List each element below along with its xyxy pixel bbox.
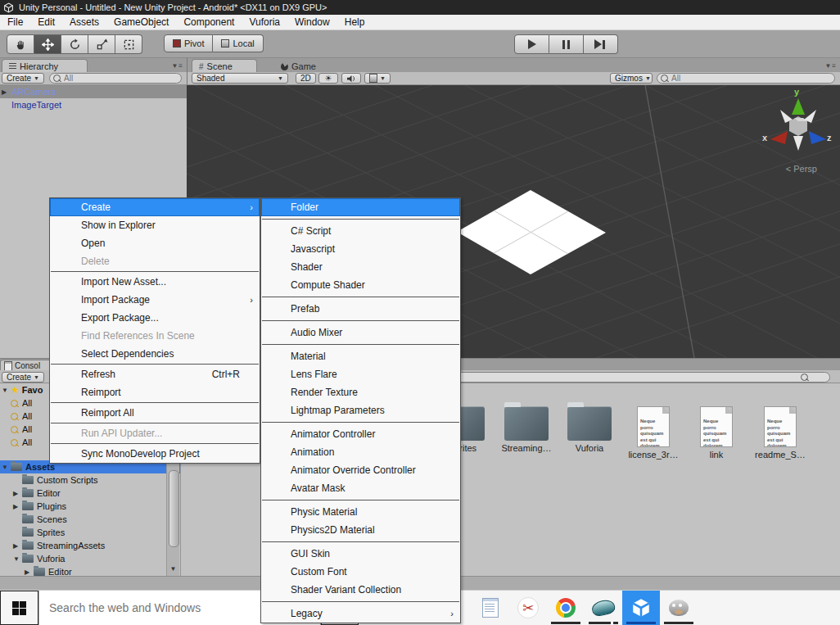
menubar-item-component[interactable]: Component — [176, 15, 242, 29]
taskbar-button-unity[interactable] — [622, 591, 660, 625]
context-menu-item-create[interactable]: Create› — [50, 198, 260, 216]
create-submenu-item-physic-material[interactable]: Physic Material — [261, 503, 460, 521]
menubar-item-help[interactable]: Help — [337, 15, 373, 29]
shaded-dropdown[interactable]: Shaded▼ — [192, 73, 288, 84]
context-menu-item-reimport-all[interactable]: Reimport All — [50, 404, 260, 422]
pivot-toggle-button[interactable]: Pivot — [164, 34, 213, 52]
expand-arrow-icon[interactable]: ▶ — [13, 490, 22, 497]
taskbar-button-3d-viewer[interactable] — [585, 591, 622, 625]
create-submenu-item-prefab[interactable]: Prefab — [261, 300, 460, 318]
expand-arrow-icon[interactable]: ▼ — [2, 387, 11, 394]
grid-item-vuforia[interactable]: Vuforia — [559, 406, 620, 453]
create-submenu-item-compute-shader[interactable]: Compute Shader — [261, 276, 460, 294]
menubar-item-assets[interactable]: Assets — [62, 15, 106, 29]
lighting-toggle-button[interactable]: ☀ — [318, 73, 338, 84]
tree-item-sprites[interactable]: Sprites — [0, 526, 180, 539]
hierarchy-item-imagetarget[interactable]: ImageTarget — [0, 98, 187, 111]
rect-tool-button[interactable] — [115, 34, 142, 54]
taskbar-button-snipping-tool[interactable]: ✂ — [509, 591, 547, 625]
hierarchy-create-button[interactable]: Create▼ — [2, 73, 44, 84]
scene-search-input[interactable] — [670, 73, 831, 84]
create-submenu-item-folder[interactable]: Folder — [261, 198, 460, 216]
tree-item-vuforia[interactable]: ▼Vuforia — [0, 552, 180, 565]
create-submenu-item-animator-override-controller[interactable]: Animator Override Controller — [261, 461, 460, 479]
expand-arrow-icon[interactable]: ▶ — [13, 542, 22, 550]
scrollbar-thumb[interactable] — [169, 470, 179, 547]
grid-item-readme-s-[interactable]: Neque porro quisquam est qui dolorem.rea… — [750, 406, 811, 460]
context-menu-item-refresh[interactable]: RefreshCtrl+R — [50, 365, 260, 383]
create-submenu-item-physics2d-material[interactable]: Physics2D Material — [261, 521, 460, 539]
menubar-item-gameobject[interactable]: GameObject — [106, 15, 176, 29]
tab-scene[interactable]: # Scene — [192, 59, 257, 73]
gizmos-dropdown[interactable]: Gizmos▼ — [610, 73, 653, 84]
taskbar-button-notepad[interactable] — [472, 591, 509, 625]
axis-y-label[interactable]: y — [794, 87, 799, 97]
create-submenu-item-lightmap-parameters[interactable]: Lightmap Parameters — [261, 401, 460, 419]
context-menu-item-import-package[interactable]: Import Package› — [50, 291, 260, 309]
tree-item-editor[interactable]: ▶Editor — [0, 565, 180, 576]
grid-item-streaming-[interactable]: Streaming… — [496, 406, 557, 453]
axis-x-label[interactable]: x — [762, 133, 767, 143]
context-menu-item-export-package-[interactable]: Export Package... — [50, 309, 260, 327]
project-create-button[interactable]: Create▼ — [2, 372, 44, 383]
menubar-item-edit[interactable]: Edit — [30, 15, 62, 29]
grid-item-license-3r-[interactable]: Neque porro quisquam est qui dolorem.lic… — [623, 406, 684, 460]
pause-button[interactable] — [549, 34, 584, 54]
scale-tool-button[interactable] — [88, 34, 115, 54]
create-submenu-item-javascript[interactable]: Javascript — [261, 240, 460, 258]
create-submenu-item-legacy[interactable]: Legacy› — [261, 605, 460, 623]
scene-pane-options-icon[interactable]: ▼≡ — [824, 62, 837, 70]
tree-item-editor[interactable]: ▶Editor — [0, 487, 180, 500]
effects-dropdown-button[interactable]: ▼ — [364, 73, 391, 84]
menubar-item-window[interactable]: Window — [287, 15, 337, 29]
menubar-item-vuforia[interactable]: Vuforia — [242, 15, 287, 29]
grid-item-link[interactable]: Neque porro quisquam est qui dolorem.lin… — [686, 406, 747, 460]
create-submenu-item-render-texture[interactable]: Render Texture — [261, 383, 460, 401]
expand-arrow-icon[interactable]: ▶ — [2, 88, 11, 96]
local-toggle-button[interactable]: Local — [213, 34, 263, 52]
create-submenu-item-audio-mixer[interactable]: Audio Mixer — [261, 324, 460, 342]
create-submenu-item-shader[interactable]: Shader — [261, 258, 460, 276]
move-tool-button[interactable] — [34, 34, 61, 54]
hierarchy-pane-options-icon[interactable]: ▼≡ — [171, 62, 183, 70]
tab-game[interactable]: Game — [273, 59, 331, 73]
scrollbar-down-arrow[interactable]: ▼ — [168, 564, 178, 574]
create-submenu-item-shader-variant-collection[interactable]: Shader Variant Collection — [261, 581, 460, 599]
hand-tool-button[interactable] — [7, 34, 34, 54]
context-menu-item-sync-monodevelop-project[interactable]: Sync MonoDevelop Project — [50, 445, 260, 463]
taskbar-button-chrome[interactable] — [547, 591, 585, 625]
context-menu-item-select-dependencies[interactable]: Select Dependencies — [50, 345, 260, 363]
tab-console[interactable]: Consol — [0, 360, 52, 371]
context-menu-item-reimport[interactable]: Reimport — [50, 383, 260, 401]
hierarchy-search[interactable] — [49, 73, 182, 84]
step-button[interactable] — [584, 34, 618, 54]
create-submenu-item-material[interactable]: Material — [261, 347, 460, 365]
rotate-tool-button[interactable] — [61, 34, 88, 54]
create-submenu-item-custom-font[interactable]: Custom Font — [261, 563, 460, 581]
play-button[interactable] — [514, 34, 549, 54]
create-submenu-item-lens-flare[interactable]: Lens Flare — [261, 365, 460, 383]
create-submenu-item-animator-controller[interactable]: Animator Controller — [261, 425, 460, 443]
tree-item-custom-scripts[interactable]: Custom Scripts — [0, 473, 180, 487]
audio-toggle-button[interactable] — [341, 73, 361, 84]
tree-item-plugins[interactable]: ▶Plugins — [0, 500, 180, 513]
context-menu-item-open[interactable]: Open — [50, 234, 260, 252]
tree-item-streamingassets[interactable]: ▶StreamingAssets — [0, 539, 180, 552]
create-submenu-item-animation[interactable]: Animation — [261, 443, 460, 461]
tree-item-scenes[interactable]: Scenes — [0, 513, 180, 526]
hierarchy-search-input[interactable] — [62, 73, 178, 84]
2d-toggle-button[interactable]: 2D — [296, 73, 316, 84]
expand-arrow-icon[interactable]: ▼ — [2, 464, 11, 471]
create-submenu-item-c#-script[interactable]: C# Script — [261, 222, 460, 240]
context-menu-item-show-in-explorer[interactable]: Show in Explorer — [50, 216, 260, 234]
menubar-item-file[interactable]: File — [0, 15, 30, 29]
tab-hierarchy[interactable]: Hierarchy — [2, 59, 88, 73]
expand-arrow-icon[interactable]: ▶ — [13, 503, 22, 510]
create-submenu-item-avatar-mask[interactable]: Avatar Mask — [261, 479, 460, 497]
persp-toggle[interactable]: < Persp — [786, 164, 817, 174]
scene-search[interactable] — [657, 73, 835, 84]
expand-arrow-icon[interactable]: ▼ — [13, 555, 22, 563]
create-submenu-item-gui-skin[interactable]: GUI Skin — [261, 545, 460, 563]
hierarchy-item-arcamera[interactable]: ▶ARCamera — [0, 85, 187, 98]
context-menu-item-import-new-asset-[interactable]: Import New Asset... — [50, 273, 260, 291]
